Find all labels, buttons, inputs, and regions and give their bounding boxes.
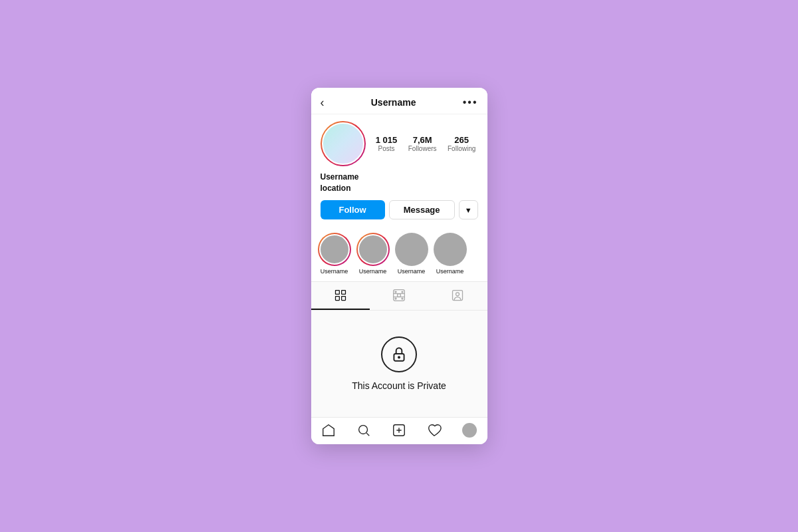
grid-icon	[334, 289, 347, 302]
highlight-avatar	[434, 233, 467, 266]
svg-rect-0	[335, 291, 339, 295]
dropdown-button[interactable]: ▼	[459, 200, 478, 219]
highlights-row: Username Username Username Username	[311, 227, 487, 282]
story-avatar	[319, 234, 350, 265]
nav-avatar	[462, 423, 477, 438]
content-tabs	[311, 282, 487, 311]
posts-label: Posts	[378, 145, 395, 152]
nav-add[interactable]	[382, 423, 417, 438]
svg-rect-3	[341, 297, 345, 301]
highlight-label: Username	[321, 268, 348, 275]
svg-point-15	[398, 357, 400, 358]
tab-reels[interactable]	[370, 282, 428, 310]
story-ring	[356, 233, 390, 266]
add-icon	[392, 423, 406, 438]
story-ring	[318, 233, 351, 266]
profile-top-row: 1 015 Posts 7,6M Followers 265 Following	[321, 121, 478, 166]
message-button[interactable]: Message	[389, 200, 455, 219]
back-button[interactable]: ‹	[321, 96, 325, 110]
heart-icon	[427, 423, 442, 438]
header-username: Username	[371, 97, 416, 108]
lock-icon	[390, 346, 408, 363]
nav-search[interactable]	[346, 423, 382, 438]
profile-name: Username location	[321, 172, 478, 194]
private-message: This Account is Private	[352, 380, 446, 391]
profile-header: ‹ Username •••	[311, 88, 487, 114]
bottom-navigation	[311, 417, 487, 444]
highlight-label: Username	[436, 268, 464, 275]
highlight-item[interactable]: Username	[395, 233, 428, 275]
stats-row: 1 015 Posts 7,6M Followers 265 Following	[374, 135, 478, 152]
avatar	[322, 122, 364, 165]
highlight-avatar	[395, 233, 428, 266]
story-avatar	[358, 234, 388, 265]
more-options-button[interactable]: •••	[463, 96, 478, 108]
home-icon	[321, 423, 336, 438]
posts-count: 1 015	[376, 135, 398, 145]
svg-point-9	[402, 298, 403, 299]
highlight-item[interactable]: Username	[434, 233, 467, 275]
svg-point-6	[395, 291, 396, 293]
stat-followers: 7,6M Followers	[408, 135, 437, 152]
search-icon	[356, 423, 371, 438]
stat-posts: 1 015 Posts	[376, 135, 398, 152]
following-count: 265	[454, 135, 469, 145]
stat-following: 265 Following	[448, 135, 475, 152]
followers-label: Followers	[408, 145, 437, 152]
lock-icon-circle	[381, 336, 417, 372]
tab-tagged[interactable]	[428, 282, 487, 310]
svg-point-5	[397, 294, 400, 297]
tab-grid[interactable]	[311, 282, 370, 310]
highlight-label: Username	[359, 268, 387, 275]
followers-count: 7,6M	[413, 135, 432, 145]
nav-home[interactable]	[311, 423, 346, 438]
svg-point-13	[456, 293, 460, 296]
phone-container: ‹ Username ••• 1 015 Posts 7,6M Follower…	[311, 88, 487, 445]
private-content-area: This Account is Private	[311, 311, 487, 417]
highlight-item[interactable]: Username	[356, 233, 390, 275]
svg-rect-12	[453, 291, 463, 301]
svg-point-16	[359, 426, 368, 434]
reels-icon	[392, 289, 406, 302]
nav-profile[interactable]	[452, 423, 487, 438]
action-buttons: Follow Message ▼	[321, 200, 478, 219]
svg-point-7	[402, 291, 403, 293]
highlight-item[interactable]: Username	[318, 233, 351, 275]
avatar-ring	[321, 121, 366, 166]
highlight-label: Username	[398, 268, 426, 275]
tagged-icon	[451, 289, 464, 302]
svg-point-8	[395, 298, 396, 299]
svg-rect-2	[335, 297, 339, 301]
svg-line-17	[366, 433, 369, 436]
svg-rect-1	[341, 291, 345, 295]
profile-section: 1 015 Posts 7,6M Followers 265 Following…	[311, 114, 487, 228]
following-label: Following	[448, 145, 475, 152]
nav-heart[interactable]	[417, 423, 452, 438]
follow-button[interactable]: Follow	[321, 200, 385, 219]
